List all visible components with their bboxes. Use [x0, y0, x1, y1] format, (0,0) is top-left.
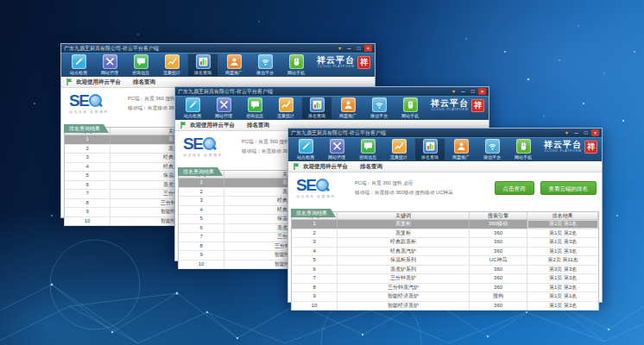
header-keyword: 关键词	[338, 212, 470, 219]
minimize-icon[interactable]: ─	[345, 45, 353, 52]
app-window-front[interactable]: 广东九鼎王厨具有限公司-祥云平台客户端 ▾ ─ □ × 站点检测	[287, 128, 603, 303]
toolbar-item[interactable]: 商盟推广	[445, 138, 477, 161]
cell-engine: UC神马	[470, 256, 527, 265]
cell-result: 第1页 第2名	[527, 284, 598, 292]
table-row[interactable]: 5 保温柜系列 UC神马 第2页 第11名	[292, 256, 598, 266]
person-icon	[227, 54, 242, 69]
toolbar-item[interactable]: 流量统计	[156, 53, 187, 77]
table-row[interactable]: 7 三分钟蒸炉 360 第1页 第3名	[292, 274, 598, 284]
cell-no: 1	[65, 135, 110, 144]
cell-keyword: 经典蒸汽炉	[338, 248, 470, 256]
brand-seal: 祥	[584, 141, 597, 154]
signal-icon	[258, 54, 273, 69]
cell-no: 7	[292, 274, 338, 283]
skin-icon[interactable]: ▾	[563, 129, 571, 136]
pencil-icon	[186, 97, 200, 112]
toolbar-item-label: 咨询信息	[246, 113, 263, 118]
toolbar-item[interactable]: 站点检测	[63, 53, 94, 77]
seo-tagline: 点击排名 全面领先	[296, 195, 336, 199]
maximize-icon[interactable]: □	[355, 45, 363, 52]
cell-no: 6	[65, 181, 110, 190]
toolbar-item[interactable]: 咨询信息	[125, 53, 156, 77]
magnifier-icon	[316, 179, 329, 191]
toolbar-item[interactable]: 网站管理	[94, 53, 125, 77]
flag-icon	[180, 122, 186, 129]
toolbar-item[interactable]: 商盟推广	[332, 97, 363, 120]
query-button[interactable]: 点击查询	[495, 181, 534, 195]
toolbar-item[interactable]: 商盟推广	[218, 53, 249, 77]
magnifier-icon	[203, 137, 216, 150]
close-icon[interactable]: ×	[478, 88, 486, 95]
tab-ranking-results[interactable]: 排名查询结果	[64, 124, 109, 133]
toolbar-item[interactable]: 排名查询	[301, 97, 332, 120]
toolbar-item[interactable]: 咨询信息	[352, 138, 383, 161]
brand-subtitle: CLOUD PLATFORM	[317, 66, 355, 69]
cell-no: 10	[65, 217, 110, 226]
table-row[interactable]: 10 智能经济蒸炉 360 第1页 第3名	[292, 302, 598, 311]
toolbar-item-label: 网站管理	[215, 113, 232, 118]
close-icon[interactable]: ×	[591, 129, 599, 136]
toolbar-item[interactable]: 咨询信息	[239, 97, 270, 120]
toolbar-item-label: 商盟推广	[339, 113, 357, 118]
cell-no: 2	[65, 145, 110, 154]
toolbar-item[interactable]: 网站管理	[321, 138, 352, 161]
toolbar-item[interactable]: 流量统计	[270, 97, 301, 120]
toolbar-item[interactable]: 排名查询	[414, 138, 445, 161]
cell-no: 1	[179, 179, 224, 187]
tab-ranking-results[interactable]: 排名查询结果	[291, 209, 336, 217]
cell-no: 8	[179, 242, 224, 251]
close-icon[interactable]: ×	[364, 45, 372, 52]
signal-icon	[372, 97, 387, 112]
table-row[interactable]: 1 蒸笼柜 360移动 第1页 第1名	[292, 220, 598, 229]
brand-logo: 祥云平台 CLOUD PLATFORM 祥	[317, 56, 370, 69]
table-row[interactable]: 6 蒸煮炉系列 360 第3页 第3名	[292, 266, 598, 275]
toolbar-item[interactable]: 排名查询	[187, 53, 218, 77]
toolbar-item-label: 站点检测	[297, 154, 314, 160]
table-row[interactable]: 2 蒸笼柜 360 第1页 第2名	[292, 229, 598, 239]
cell-no: 6	[179, 224, 224, 233]
toolbar-item[interactable]: 微信平台	[249, 53, 281, 77]
toolbar-item-label: 网站管理	[101, 70, 118, 75]
toolbar-item[interactable]: 网站手机	[395, 97, 426, 120]
title-bar[interactable]: 广东九鼎王厨具有限公司-祥云平台客户端 ▾ ─ □ ×	[175, 87, 489, 96]
cloud-ranking-button[interactable]: 查看云端的排名	[540, 181, 597, 195]
maximize-icon[interactable]: □	[469, 88, 477, 95]
bar-chart-icon	[423, 139, 438, 154]
cell-no: 3	[292, 238, 338, 247]
toolbar-item[interactable]: 微信平台	[363, 97, 395, 120]
magnifier-icon	[89, 94, 102, 107]
skin-icon[interactable]: ▾	[450, 88, 458, 95]
cell-keyword: 经典款蒸柜	[338, 238, 470, 247]
window-title: 广东九鼎王厨具有限公司-祥云平台客户端	[291, 129, 563, 137]
cell-keyword: 智能经济蒸炉	[338, 292, 470, 301]
tools-icon	[217, 97, 231, 112]
mouse-icon	[403, 97, 418, 112]
title-bar[interactable]: 广东九鼎王厨具有限公司-祥云平台客户端 ▾ ─ □ ×	[288, 129, 602, 137]
toolbar-item[interactable]: 站点检测	[177, 97, 208, 120]
cell-no: 2	[179, 188, 224, 197]
table-row[interactable]: 4 经典蒸汽炉 360 第1页 第3名	[292, 248, 598, 257]
toolbar-item-label: 商盟推广	[452, 154, 470, 160]
skin-icon[interactable]: ▾	[336, 45, 344, 52]
toolbar-item[interactable]: 网站手机	[508, 138, 539, 161]
cell-engine: 360	[470, 229, 527, 238]
minimize-icon[interactable]: ─	[572, 129, 580, 136]
toolbar-item-label: 咨询信息	[132, 70, 149, 75]
table-row[interactable]: 3 经典款蒸柜 360 第1页 第3名	[292, 238, 598, 248]
cell-no: 6	[292, 266, 338, 274]
toolbar-item-label: 商盟推广	[225, 70, 243, 75]
chat-icon	[134, 54, 148, 69]
minimize-icon[interactable]: ─	[459, 88, 467, 95]
toolbar-item[interactable]: 站点检测	[290, 138, 321, 161]
brand-name: 祥云平台	[317, 56, 355, 65]
tab-ranking-results[interactable]: 排名查询结果	[178, 167, 223, 176]
toolbar-item[interactable]: 网站管理	[208, 97, 239, 120]
maximize-icon[interactable]: □	[582, 129, 590, 136]
toolbar-item[interactable]: 微信平台	[477, 138, 508, 161]
title-bar[interactable]: 广东九鼎王厨具有限公司-祥云平台客户端 ▾ ─ □ ×	[61, 44, 375, 53]
table-row[interactable]: 9 智能经济蒸炉 搜狗 第1页 第1名	[292, 292, 598, 302]
toolbar-item[interactable]: 网站手机	[281, 53, 312, 77]
cell-keyword: 蒸笼柜	[338, 220, 470, 229]
table-row[interactable]: 8 三分钟蒸汽炉 360 第1页 第2名	[292, 284, 598, 293]
toolbar-item[interactable]: 流量统计	[383, 138, 414, 161]
